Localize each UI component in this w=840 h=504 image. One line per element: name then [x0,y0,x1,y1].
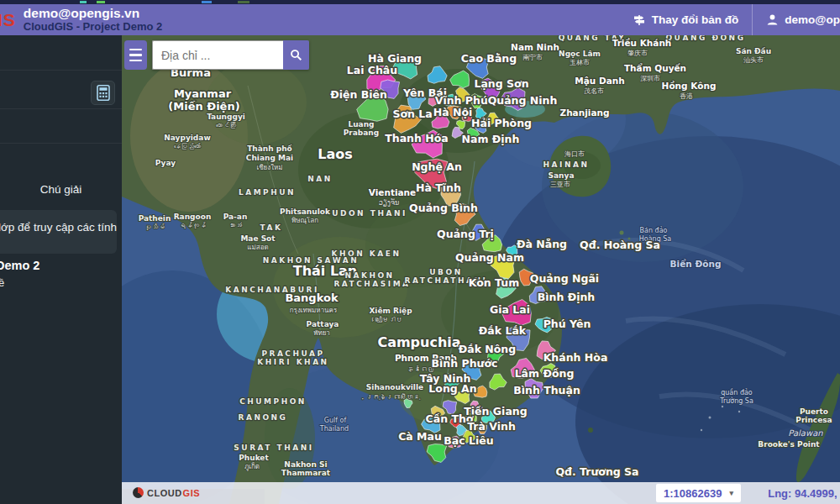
change-basemap-label: Thay đổi bản đồ [652,13,739,26]
map-label: 三亚市 [550,181,570,188]
map-label: Qđ. Hoàng Sa [580,239,660,251]
map-label: Laos [318,146,353,162]
change-basemap-button[interactable]: Thay đổi bản đồ [619,4,753,35]
logo-cloud-text: CLOUD [147,488,182,498]
map-label: Hà Tĩnh [416,181,461,194]
account-label: demo@op [785,13,840,26]
map-label: Thammarat [281,469,331,477]
header-title-block: demo@opengis.vn CloudGIS - Project Demo … [24,7,162,33]
layers-sidebar: Chú giải lớp để truy cập các tính Demo 2… [0,35,122,504]
map-label: 玉林市 [570,59,590,66]
top-strip [0,0,840,4]
map-label: Vĩnh Phúc [435,94,494,107]
map-label: พิษณุโลก [291,216,318,224]
search-button[interactable] [283,40,309,70]
account-button[interactable]: demo@op [753,4,840,35]
hamburger-icon [129,60,142,62]
map-label: LAMPHUN [239,188,296,197]
map-label: Puerto [800,407,828,416]
map-label: Sán Đầu [736,47,771,55]
map-label: 海口市 [564,150,585,158]
map-label: Thailand [319,425,349,433]
map-label: Triều Khánh [612,38,672,48]
map-label: Qđ. Trương Sa [555,465,638,478]
app-header: IS demo@opengis.vn CloudGIS - Project De… [0,4,840,35]
legend-title: Chú giải [0,183,122,196]
map-label: Lâm Đồng [515,367,575,380]
top-strip-fragment [238,1,249,3]
map-label: ဘားအံ [228,222,242,229]
top-strip-fragment [202,1,212,3]
search-icon [290,49,302,61]
map-label: Trà Vinh [467,420,516,433]
sidebar-divider [0,108,122,109]
map-label: TAK [260,223,283,232]
map-label: Quảng Ngãi [530,272,599,285]
top-strip-fragment [80,1,87,3]
measure-tool-button[interactable] [91,81,115,105]
calculator-icon [97,85,110,101]
map-label: (Miến Điện) [168,100,239,113]
map-label: Pattaya [307,320,339,328]
map-label: QUẢNG ĐÔNG [665,35,745,42]
map-label: Nakhon Si [284,460,327,469]
logo-gis-text: GIS [183,488,200,498]
map-label: UDON THANI [332,209,407,218]
map-label: Prabang [344,129,379,137]
map-label: Long An [428,382,476,395]
map-label: Pa-an [223,213,248,221]
map-label: Phú Yên [543,318,591,330]
map-label: CHUMPHON [239,397,307,406]
map-label: Bình Định [538,291,596,303]
map-label: Đắk Nông [459,343,516,355]
header-actions: Thay đổi bản đồ demo@op [619,4,840,35]
menu-toggle-button[interactable] [124,40,147,70]
status-bar: CLOUDGIS 1:10862639 ▾ Lng: 94.4999, Lat: [122,482,840,504]
map-label: 深圳市 [640,75,660,82]
map-label: Đắk Lắk [479,324,527,337]
map-label: กรุงเทพมหานคร [290,307,338,314]
scale-dropdown[interactable]: 1:10862639 ▾ [656,484,741,502]
hamburger-icon [129,49,142,51]
map-label: Kon Tum [469,276,519,289]
map-label: ภูเก็ต [244,462,260,471]
map-label: Nam Ninh [511,42,559,52]
cloudgis-app: IS demo@opengis.vn CloudGIS - Project De… [0,0,840,504]
map-label: Quảng Trị [437,228,494,240]
map-label: Hải Phòng [471,117,532,129]
map-label: Pyay [155,159,176,167]
map-canvas[interactable]: Nam Ninh南宁市QUẢNG TÂYQUẢNG ĐÔNGNgọc Lâm玉林… [122,35,840,504]
map-area: Nam Ninh南宁市QUẢNG TÂYQUẢNG ĐÔNGNgọc Lâm玉林… [122,35,840,504]
map-label: Mae Sot [240,234,276,243]
map-label: Taunggyi [207,113,245,121]
map-label: NAN [307,175,333,183]
map-label: Myanmar [174,87,232,100]
map-label: Gulf of [324,417,347,424]
map-label: ပုသိမ် [144,223,165,231]
map-label: RATCHASIMA [333,280,410,288]
map-label: Lạng Sơn [474,77,528,90]
map-label: ວຽງຈັນ [379,198,400,207]
sidebar-divider [0,143,122,144]
map-label: សៀមរាប [372,316,402,323]
search-input[interactable] [152,40,283,70]
map-label: Sơn La [392,108,432,120]
map-label: Biển Đông [670,259,722,269]
map-label: SURAT THANI [234,444,313,452]
project-name: Demo 2 [0,259,39,272]
map-label: Princesa [795,416,832,424]
map-label: Khánh Hòa [543,351,608,364]
map-label: Bạc Liêu [444,434,493,447]
map-label: Campuchia [377,334,460,350]
map-label: Cà Mau [398,430,442,443]
map-label: Hà Giang [368,52,422,65]
map-label: Lai Châu [347,64,397,76]
layer-item-partial: ề [0,276,4,289]
map-label: Thành phố [247,144,292,153]
map-label: 茂名市 [584,87,604,95]
cloudgis-logo: CLOUDGIS [133,487,200,498]
coordinates-readout: Lng: 94.4999, Lat: [768,487,840,500]
map-label: Hà Nội [433,106,473,118]
map-label: 汕头市 [743,56,764,64]
user-icon [766,13,779,26]
